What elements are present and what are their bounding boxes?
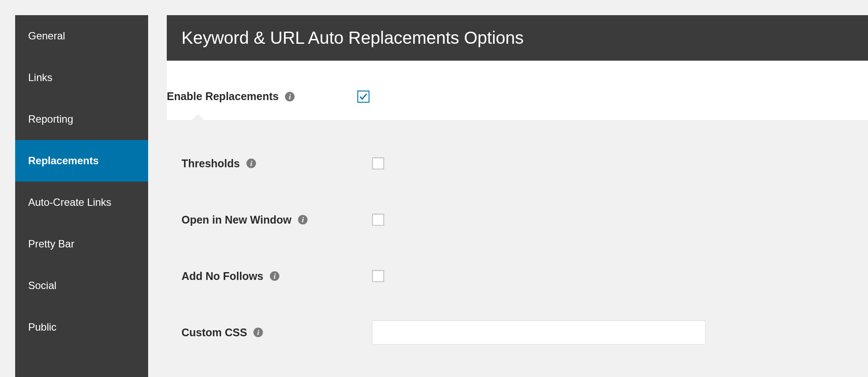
add-no-follows-row: Add No Follows i (181, 259, 868, 293)
thresholds-row: Thresholds i (181, 146, 868, 181)
add-no-follows-checkbox[interactable] (372, 270, 384, 282)
enable-replacements-text: Enable Replacements (167, 90, 279, 103)
open-new-window-text: Open in New Window (181, 214, 291, 226)
sidebar: General Links Reporting Replacements Aut… (15, 15, 148, 377)
info-icon[interactable]: i (246, 158, 256, 169)
sidebar-item-public[interactable]: Public (15, 306, 148, 348)
info-icon[interactable]: i (298, 214, 308, 225)
enable-replacements-label: Enable Replacements i (167, 90, 357, 103)
sidebar-item-replacements[interactable]: Replacements (15, 140, 148, 182)
svg-text:i: i (274, 272, 276, 280)
thresholds-checkbox[interactable] (372, 157, 384, 169)
open-new-window-checkbox[interactable] (372, 214, 384, 226)
info-icon[interactable]: i (253, 327, 263, 338)
open-new-window-row: Open in New Window i (181, 202, 868, 237)
add-no-follows-label: Add No Follows i (181, 270, 372, 283)
info-icon[interactable]: i (269, 271, 280, 281)
svg-text:i: i (257, 328, 259, 337)
svg-text:i: i (302, 216, 304, 224)
sidebar-item-links[interactable]: Links (15, 57, 148, 98)
info-icon[interactable]: i (285, 91, 295, 102)
sidebar-item-social[interactable]: Social (15, 265, 148, 306)
custom-css-input[interactable] (372, 320, 706, 344)
custom-css-text: Custom CSS (181, 326, 247, 339)
custom-css-row: Custom CSS i (181, 315, 868, 350)
page-header: Keyword & URL Auto Replacements Options (167, 15, 868, 61)
settings-panel: Enable Replacements i Thresholds i (167, 61, 868, 377)
custom-css-label: Custom CSS i (181, 326, 372, 339)
svg-text:i: i (250, 159, 252, 168)
sidebar-item-reporting[interactable]: Reporting (15, 98, 148, 140)
sidebar-item-auto-create-links[interactable]: Auto-Create Links (15, 182, 148, 223)
open-new-window-label: Open in New Window i (181, 214, 372, 226)
enable-replacements-row: Enable Replacements i (167, 61, 868, 120)
svg-text:i: i (289, 93, 291, 101)
enable-replacements-checkbox[interactable] (357, 91, 369, 103)
sub-settings-panel: Thresholds i Open in New Window i (167, 120, 868, 377)
sidebar-item-pretty-bar[interactable]: Pretty Bar (15, 223, 148, 265)
main-content: Keyword & URL Auto Replacements Options … (167, 15, 868, 377)
add-no-follows-text: Add No Follows (181, 270, 263, 283)
thresholds-label: Thresholds i (181, 157, 372, 170)
thresholds-text: Thresholds (181, 157, 240, 170)
sidebar-item-general[interactable]: General (15, 15, 148, 57)
page-title: Keyword & URL Auto Replacements Options (181, 28, 524, 47)
